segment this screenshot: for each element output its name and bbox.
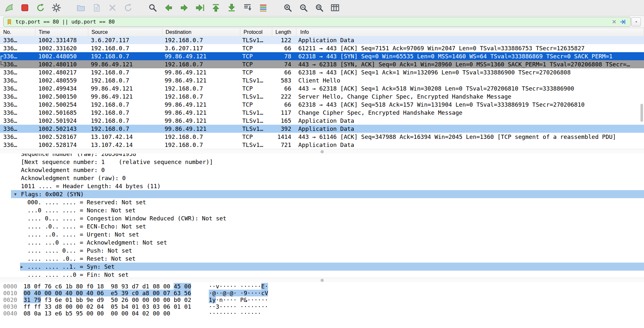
restart-capture-button[interactable] bbox=[35, 3, 46, 13]
packet-cell-src: 192.168.0.7 bbox=[88, 69, 161, 76]
packet-row[interactable]: 336…1002.331620192.168.0.73.6.207.117TCP… bbox=[0, 44, 644, 52]
packet-cell-info: Application Data bbox=[294, 125, 644, 132]
detail-line[interactable]: .... ..0. .... = Urgent: Not set bbox=[0, 230, 644, 238]
hex-row[interactable]: 002031 79 f3 6e 01 bb 9e d9 50 26 00 00 … bbox=[0, 296, 644, 303]
packet-row[interactable]: 336…1002.501685192.168.0.799.86.49.121TL… bbox=[0, 109, 644, 117]
detail-text: .... ..0. .... = Urgent: Not set bbox=[27, 231, 139, 238]
clear-filter-button[interactable] bbox=[611, 19, 617, 24]
detail-line[interactable]: .... ...0 .... = Acknowledgment: Not set bbox=[0, 238, 644, 246]
packet-list-body: 336…1002.3314783.6.207.117192.168.0.7TLS… bbox=[0, 36, 644, 149]
packet-cell-dst: 192.168.0.7 bbox=[161, 37, 239, 43]
auto-scroll-button[interactable] bbox=[242, 3, 253, 13]
hex-row[interactable]: 0030ff ff 33 d8 00 00 02 04 05 b4 01 03 … bbox=[0, 303, 644, 310]
packet-cell-no: 336… bbox=[0, 37, 35, 43]
hex-bytes: 08 0a 13 e6 b5 95 00 00 00 00 04 02 00 0… bbox=[24, 310, 209, 317]
packet-row[interactable]: 336…1002.480559192.168.0.799.86.49.121TL… bbox=[0, 76, 644, 84]
apply-filter-button[interactable] bbox=[620, 19, 626, 25]
start-capture-button[interactable] bbox=[4, 3, 14, 13]
detail-line[interactable]: 1011 .... = Header Length: 44 bytes (11) bbox=[0, 182, 644, 190]
packet-cell-time: 1002.499434 bbox=[35, 85, 88, 92]
detail-line[interactable]: [Next sequence number: 1 (relative seque… bbox=[0, 158, 644, 166]
detail-line[interactable]: Sequence number (raw): 2665041958 bbox=[0, 154, 644, 158]
filter-bookmark-button[interactable] bbox=[6, 19, 13, 25]
filter-bookmark-icon bbox=[6, 19, 13, 25]
packet-row[interactable]: 336…1002.500254192.168.0.799.86.49.121TC… bbox=[0, 101, 644, 109]
packet-cell-len: 392 bbox=[271, 125, 294, 132]
column-header-time[interactable]: Time bbox=[35, 28, 88, 36]
detail-line[interactable]: .... .0.. .... = ECN-Echo: Not set bbox=[0, 222, 644, 230]
go-back-icon bbox=[164, 3, 173, 13]
detail-line[interactable]: .... .... .0.. = Reset: Not set bbox=[0, 255, 644, 263]
packet-row[interactable]: 336…1002.48011099.86.49.121192.168.0.7TC… bbox=[0, 60, 644, 68]
zoom-reset-icon bbox=[314, 3, 324, 13]
column-header-info[interactable]: Info bbox=[296, 28, 644, 36]
packet-cell-no: 336… bbox=[0, 85, 35, 92]
go-to-top-button[interactable] bbox=[211, 3, 221, 13]
hex-offset: 0000 bbox=[0, 283, 24, 290]
display-filter-input[interactable]: tcp.port == 80 || udp.port == 80 bbox=[15, 19, 609, 25]
go-to-bottom-button[interactable] bbox=[226, 3, 237, 13]
detail-line[interactable]: .... 0... .... = Congestion Window Reduc… bbox=[0, 214, 644, 222]
display-filter-field[interactable]: tcp.port == 80 || udp.port == 80 bbox=[3, 17, 631, 27]
packet-cell-src: 192.168.0.7 bbox=[88, 101, 161, 108]
packet-cell-proto: TCP bbox=[239, 85, 271, 92]
detail-line[interactable]: .... .... ...0 = Fin: Not set bbox=[0, 271, 644, 278]
go-back-button[interactable] bbox=[163, 3, 174, 13]
detail-line[interactable]: Acknowledgment number (raw): 0 bbox=[0, 174, 644, 182]
find-packet-button[interactable] bbox=[148, 3, 158, 13]
packet-row[interactable]: 336…1002.52816713.107.42.14192.168.0.7TC… bbox=[0, 133, 644, 141]
hex-row[interactable]: 004008 0a 13 e6 b5 95 00 00 00 00 04 02 … bbox=[0, 310, 644, 317]
stop-capture-button[interactable] bbox=[20, 3, 30, 13]
packet-cell-info: Client Hello bbox=[294, 77, 644, 84]
hex-row[interactable]: 001000 40 00 00 40 00 40 06 e5 39 c0 a8 … bbox=[0, 290, 644, 296]
detail-line[interactable]: ▼Flags: 0x002 (SYN) bbox=[0, 190, 644, 198]
open-file-icon bbox=[76, 3, 86, 13]
column-header-len[interactable]: Length bbox=[272, 28, 296, 36]
packet-cell-no: 336… bbox=[0, 117, 35, 124]
packet-row[interactable]: 336…1002.448050192.168.0.799.86.49.121TC… bbox=[0, 52, 644, 60]
zoom-reset-button[interactable] bbox=[314, 3, 324, 13]
detail-line[interactable]: .... .... 0... = Push: Not set bbox=[0, 246, 644, 255]
collapse-arrow-icon[interactable]: ▼ bbox=[14, 192, 21, 197]
hex-bytes: 18 0f 76 c6 1b 80 f0 18 98 93 d7 d1 08 0… bbox=[24, 283, 209, 290]
detail-line[interactable]: ...0 .... .... = Nonce: Not set bbox=[0, 206, 644, 214]
zoom-out-button[interactable] bbox=[298, 3, 309, 13]
packet-cell-info: 62318 → 443 [ACK] Seq=518 Ack=157 Win=13… bbox=[294, 101, 644, 108]
detail-text: .... .... .0.. = Reset: Not set bbox=[27, 255, 136, 262]
detail-line[interactable]: 000. .... .... = Reserved: Not set bbox=[0, 198, 644, 206]
packet-row[interactable]: 336…1002.49943499.86.49.121192.168.0.7TC… bbox=[0, 84, 644, 92]
save-file-button bbox=[91, 3, 102, 13]
packet-list-scrollbar[interactable] bbox=[640, 104, 643, 122]
filter-dropdown-button[interactable] bbox=[631, 17, 641, 26]
column-header-src[interactable]: Source bbox=[88, 28, 162, 36]
packet-row[interactable]: 336…1002.50015099.86.49.121192.168.0.7TL… bbox=[0, 92, 644, 101]
packet-row[interactable]: 336…1002.480217192.168.0.799.86.49.121TC… bbox=[0, 68, 644, 76]
zoom-in-button[interactable] bbox=[283, 3, 293, 13]
detail-text: 1011 .... = Header Length: 44 bytes (11) bbox=[21, 183, 160, 189]
packet-cell-len: 165 bbox=[271, 117, 294, 124]
column-header-proto[interactable]: Protocol bbox=[240, 28, 272, 36]
packet-row[interactable]: 336…1002.501924192.168.0.799.86.49.121TL… bbox=[0, 117, 644, 125]
resize-columns-button[interactable] bbox=[330, 3, 340, 13]
column-header-no[interactable]: No. bbox=[0, 28, 35, 36]
packet-row[interactable]: 336…1002.502143192.168.0.799.86.49.121TL… bbox=[0, 125, 644, 133]
column-header-dst[interactable]: Destination bbox=[162, 28, 240, 36]
packet-cell-src: 192.168.0.7 bbox=[88, 117, 161, 124]
detail-line[interactable]: Acknowledgment number: 0 bbox=[0, 166, 644, 174]
packet-row[interactable]: 336…1002.3314783.6.207.117192.168.0.7TLS… bbox=[0, 36, 644, 44]
capture-options-button[interactable] bbox=[51, 3, 62, 13]
packet-cell-len: 122 bbox=[271, 37, 294, 43]
packet-cell-proto: TLSv1… bbox=[239, 109, 271, 116]
packet-cell-time: 1002.480217 bbox=[35, 69, 88, 76]
go-to-packet-button[interactable] bbox=[195, 3, 205, 13]
detail-line[interactable]: ▶.... .... ..1. = Syn: Set bbox=[0, 263, 644, 271]
packet-cell-info: 443 → 62318 [ACK] Seq=1 Ack=518 Win=3020… bbox=[294, 85, 644, 92]
packet-cell-dst: 192.168.0.7 bbox=[161, 133, 239, 140]
colorize-button[interactable] bbox=[258, 3, 268, 13]
hex-row[interactable]: 000018 0f 76 c6 1b 80 f0 18 98 93 d7 d1 … bbox=[0, 283, 644, 290]
go-forward-button[interactable] bbox=[179, 3, 189, 13]
packet-cell-info: Application Data bbox=[294, 141, 644, 148]
packet-row[interactable]: 336…1002.52817413.107.42.14192.168.0.7TL… bbox=[0, 141, 644, 149]
packet-cell-dst: 99.86.49.121 bbox=[161, 117, 239, 124]
expand-arrow-icon[interactable]: ▶ bbox=[21, 265, 27, 269]
